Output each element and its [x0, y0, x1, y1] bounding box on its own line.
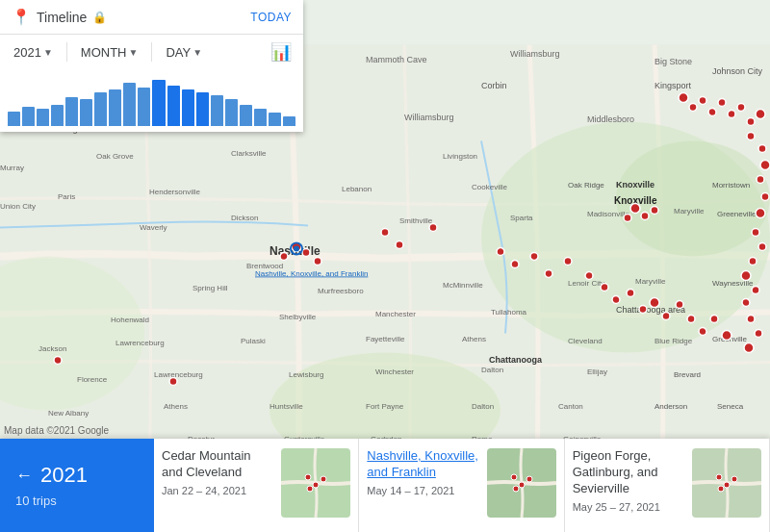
timeline-panel: 📍 Timeline 🔒 TODAY 2021 ▼ MONTH ▼ DAY ▼ … — [0, 0, 303, 132]
trip-name[interactable]: Nashville, Knoxville, and Franklin — [367, 448, 478, 481]
svg-point-131 — [612, 296, 620, 304]
svg-text:Athens: Athens — [462, 335, 486, 343]
chart-bar[interactable] — [51, 105, 64, 126]
chart-bar[interactable] — [269, 113, 281, 126]
chart-bar[interactable] — [225, 99, 238, 126]
svg-point-100 — [708, 109, 716, 116]
chart-bar[interactable] — [182, 89, 194, 126]
svg-text:Big Stone: Big Stone — [654, 57, 692, 66]
svg-point-107 — [758, 145, 766, 153]
chart-bar[interactable] — [22, 107, 35, 126]
svg-text:Blue Ridge: Blue Ridge — [654, 337, 693, 345]
svg-point-157 — [724, 482, 730, 488]
trip-card[interactable]: Nashville, Knoxville, and FranklinMay 14… — [359, 439, 564, 532]
chart-bar[interactable] — [167, 86, 180, 126]
svg-point-147 — [313, 482, 319, 488]
svg-text:Paris: Paris — [58, 192, 75, 201]
trip-info: Cedar Mountain and ClevelandJan 22 – 24,… — [162, 448, 273, 522]
chart-bar[interactable] — [211, 95, 223, 126]
day-value: DAY — [166, 45, 191, 60]
svg-text:Nashville, Knoxville, and Fran: Nashville, Knoxville, and Franklin — [255, 269, 368, 278]
year-section: ← 2021 10 trips — [0, 439, 154, 532]
svg-point-109 — [757, 176, 764, 184]
lock-icon: 🔒 — [92, 11, 107, 24]
svg-text:Chattanooga: Chattanooga — [489, 355, 543, 365]
year-display: 2021 — [40, 463, 88, 488]
svg-point-92 — [314, 258, 321, 266]
svg-text:Spring Hill: Spring Hill — [192, 284, 228, 292]
day-arrow: ▼ — [192, 47, 202, 58]
svg-text:Kingsport: Kingsport — [654, 81, 692, 90]
svg-point-140 — [722, 331, 732, 341]
svg-point-96 — [651, 207, 658, 215]
svg-text:Cookeville: Cookeville — [472, 183, 507, 191]
trip-date: Jan 22 – 24, 2021 — [162, 485, 273, 496]
chart-bar[interactable] — [80, 99, 92, 126]
trip-name[interactable]: Pigeon Forge, Gatlinburg, and Seviervill… — [573, 448, 684, 497]
location-icon: 📍 — [12, 8, 31, 26]
year-dropdown[interactable]: 2021 ▼ — [8, 41, 59, 63]
divider-2 — [151, 42, 152, 62]
year-back-button[interactable]: ← — [15, 466, 33, 486]
svg-point-146 — [305, 474, 311, 480]
svg-text:Union City: Union City — [0, 202, 36, 211]
svg-point-149 — [307, 486, 313, 492]
svg-text:Jackson: Jackson — [38, 344, 66, 353]
svg-point-110 — [761, 193, 769, 201]
trips-count: 10 trips — [15, 494, 139, 508]
svg-point-113 — [758, 243, 766, 251]
svg-text:Livingston: Livingston — [443, 152, 477, 161]
chart-bar[interactable] — [283, 116, 295, 126]
trip-info: Pigeon Forge, Gatlinburg, and Seviervill… — [573, 448, 684, 522]
svg-point-133 — [639, 306, 647, 314]
chart-bar[interactable] — [196, 92, 209, 126]
svg-point-159 — [718, 486, 724, 492]
svg-point-111 — [756, 209, 765, 218]
chart-bar[interactable] — [37, 109, 49, 126]
svg-point-125 — [511, 261, 519, 268]
svg-text:Murfreesboro: Murfreesboro — [318, 287, 364, 295]
day-dropdown[interactable]: DAY ▼ — [160, 41, 208, 63]
svg-point-130 — [601, 284, 608, 291]
chart-bar[interactable] — [8, 112, 20, 126]
month-dropdown[interactable]: MONTH ▼ — [75, 41, 144, 63]
map-copyright: Map data ©2021 Google — [4, 425, 109, 436]
chart-bar[interactable] — [109, 89, 121, 126]
trip-name[interactable]: Cedar Mountain and Cleveland — [162, 448, 273, 481]
svg-text:Corbin: Corbin — [481, 81, 507, 90]
svg-text:Maryville: Maryville — [674, 207, 705, 215]
svg-point-115 — [741, 271, 751, 281]
svg-point-137 — [687, 316, 695, 323]
chart-bar[interactable] — [138, 88, 150, 126]
trip-card[interactable]: Pigeon Forge, Gatlinburg, and Seviervill… — [565, 439, 770, 532]
svg-text:Winchester: Winchester — [375, 367, 414, 376]
timeline-title-group: 📍 Timeline 🔒 — [12, 8, 107, 26]
chart-bar[interactable] — [152, 80, 165, 126]
trip-card[interactable]: Cedar Mountain and ClevelandJan 22 – 24,… — [154, 439, 359, 532]
svg-text:Greeneville: Greeneville — [717, 210, 757, 218]
svg-text:Fayetteville: Fayetteville — [366, 335, 405, 343]
svg-text:Morristown: Morristown — [712, 181, 750, 190]
svg-point-119 — [755, 330, 762, 338]
chart-bar[interactable] — [254, 109, 267, 126]
today-button[interactable]: TODAY — [250, 11, 292, 24]
year-arrow: ▼ — [43, 47, 53, 58]
chart-bar[interactable] — [123, 83, 136, 126]
chart-view-button[interactable]: 📊 — [267, 38, 295, 66]
chart-bar[interactable] — [94, 92, 107, 126]
bar-chart — [0, 69, 303, 132]
svg-point-134 — [650, 298, 659, 308]
svg-point-156 — [716, 474, 722, 480]
svg-text:Anderson: Anderson — [654, 402, 687, 411]
chart-bar[interactable] — [240, 105, 252, 126]
svg-text:Lebanon: Lebanon — [342, 185, 372, 193]
svg-text:Mammoth Cave: Mammoth Cave — [366, 55, 427, 64]
svg-text:Oak Ridge: Oak Ridge — [568, 181, 604, 190]
svg-point-128 — [564, 258, 572, 266]
svg-text:Seneca: Seneca — [717, 402, 744, 411]
svg-text:Dickson: Dickson — [231, 214, 258, 222]
svg-text:Lenoir City: Lenoir City — [568, 279, 604, 288]
chart-bar[interactable] — [65, 97, 78, 126]
svg-point-132 — [627, 290, 634, 297]
svg-point-99 — [699, 97, 706, 105]
